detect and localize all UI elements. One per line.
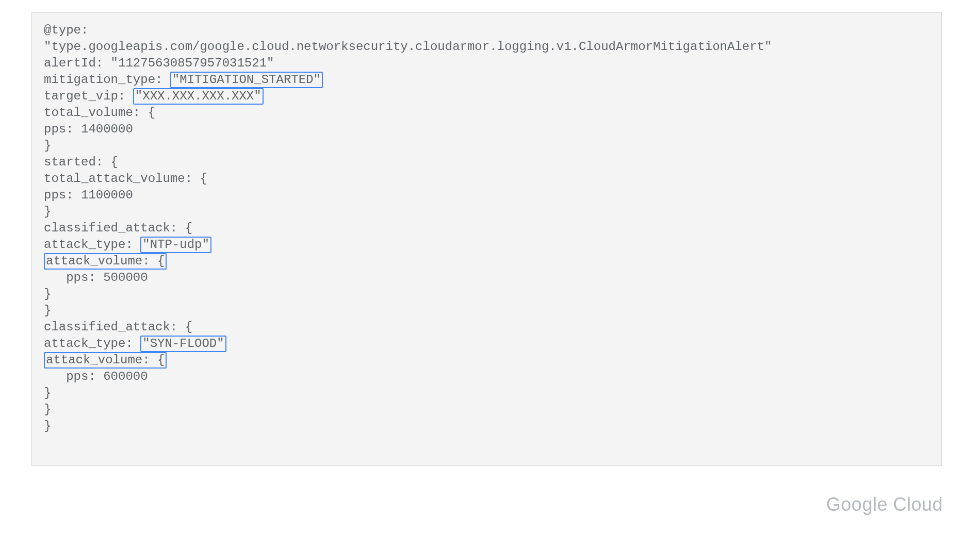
highlight-box: "MITIGATION_STARTED" (170, 72, 323, 88)
attribution-logo: Google Cloud (826, 494, 943, 515)
highlight-box: "NTP-udp" (140, 237, 211, 253)
highlight-box: "XXX.XXX.XXX.XXX" (133, 88, 264, 105)
highlight-box: attack_volume: { (44, 352, 167, 369)
log-panel: @type: "type.googleapis.com/google.cloud… (31, 12, 942, 466)
highlight-box: "SYN-FLOOD" (140, 336, 226, 352)
log-text: @type: "type.googleapis.com/google.cloud… (44, 22, 929, 434)
highlight-box: attack_volume: { (44, 253, 167, 270)
